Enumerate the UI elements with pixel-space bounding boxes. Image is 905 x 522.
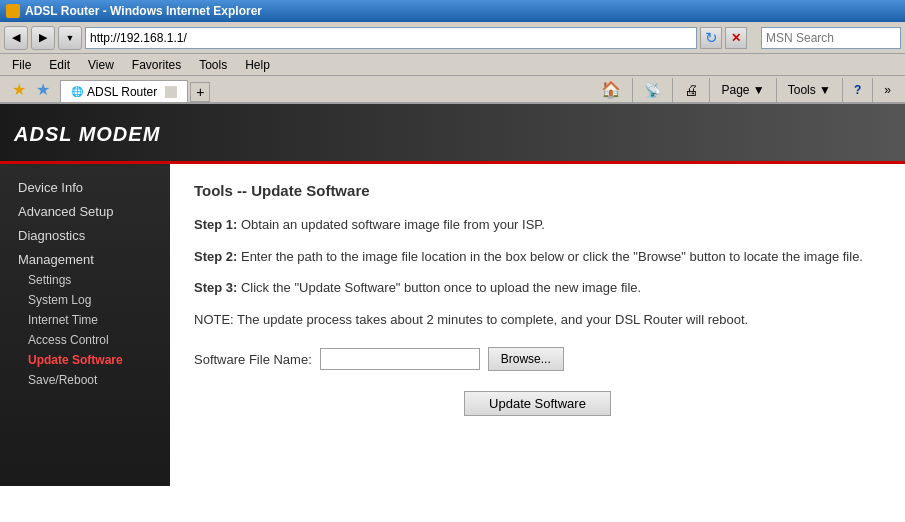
- sidebar: Device Info Advanced Setup Diagnostics M…: [0, 164, 170, 486]
- stop-button[interactable]: ✕: [725, 27, 747, 49]
- sidebar-item-management[interactable]: Management: [0, 246, 170, 270]
- extra-button[interactable]: »: [878, 80, 897, 100]
- sidebar-item-settings[interactable]: Settings: [0, 270, 170, 290]
- dropdown-button[interactable]: ▼: [58, 26, 82, 50]
- address-input[interactable]: [85, 27, 697, 49]
- sidebar-item-diagnostics[interactable]: Diagnostics: [0, 222, 170, 246]
- search-input[interactable]: [761, 27, 901, 49]
- main-layout: Device Info Advanced Setup Diagnostics M…: [0, 164, 905, 486]
- favorites-star-icon[interactable]: ★: [8, 78, 30, 100]
- file-row: Software File Name: Browse...: [194, 347, 881, 371]
- page-title: Tools -- Update Software: [194, 182, 881, 199]
- sidebar-item-internet-time[interactable]: Internet Time: [0, 310, 170, 330]
- tab-page-icon: 🌐: [71, 86, 83, 97]
- sidebar-item-access-control[interactable]: Access Control: [0, 330, 170, 350]
- help-button[interactable]: ?: [848, 80, 867, 100]
- file-label: Software File Name:: [194, 352, 312, 367]
- separator: [632, 78, 633, 102]
- step2-label: Step 2:: [194, 249, 237, 264]
- menu-bar: File Edit View Favorites Tools Help: [0, 54, 905, 76]
- new-tab-button[interactable]: +: [190, 82, 210, 102]
- menu-view[interactable]: View: [80, 56, 122, 74]
- print-button[interactable]: 🖨: [678, 79, 704, 101]
- refresh-button[interactable]: ↻: [700, 27, 722, 49]
- window-title: ADSL Router - Windows Internet Explorer: [25, 4, 262, 18]
- separator4: [776, 78, 777, 102]
- menu-help[interactable]: Help: [237, 56, 278, 74]
- step1-label: Step 1:: [194, 217, 237, 232]
- separator5: [842, 78, 843, 102]
- tab-adsl-router[interactable]: 🌐 ADSL Router: [60, 80, 188, 102]
- title-bar: ADSL Router - Windows Internet Explorer: [0, 0, 905, 22]
- router-header: ADSL MODEM: [0, 104, 905, 164]
- router-header-title: ADSL MODEM: [14, 123, 160, 146]
- browse-button[interactable]: Browse...: [488, 347, 564, 371]
- step3-text: Click the "Update Software" button once …: [237, 280, 641, 295]
- ie-icon: [6, 4, 20, 18]
- tab-label: ADSL Router: [87, 85, 157, 99]
- separator3: [709, 78, 710, 102]
- update-btn-row: Update Software: [194, 391, 881, 416]
- separator2: [672, 78, 673, 102]
- step3-line: Step 3: Click the "Update Software" butt…: [194, 278, 881, 298]
- add-tab-star-icon[interactable]: ★: [32, 78, 54, 100]
- back-button[interactable]: ◀: [4, 26, 28, 50]
- sidebar-item-update-software[interactable]: Update Software: [0, 350, 170, 370]
- sidebar-item-save-reboot[interactable]: Save/Reboot: [0, 370, 170, 390]
- home-button[interactable]: 🏠: [595, 77, 627, 102]
- sidebar-item-system-log[interactable]: System Log: [0, 290, 170, 310]
- file-input[interactable]: [320, 348, 480, 370]
- tab-bar: ★ ★ 🌐 ADSL Router + 🏠 📡 🖨 Page ▼ Tools ▼…: [0, 76, 905, 104]
- note-text: NOTE: The update process takes about 2 m…: [194, 310, 881, 330]
- menu-edit[interactable]: Edit: [41, 56, 78, 74]
- feeds-button[interactable]: 📡: [638, 79, 667, 101]
- step1-line: Step 1: Obtain an updated software image…: [194, 215, 881, 235]
- step2-text: Enter the path to the image file locatio…: [237, 249, 863, 264]
- tab-new-placeholder: [165, 86, 177, 98]
- sidebar-item-advanced-setup[interactable]: Advanced Setup: [0, 198, 170, 222]
- step2-line: Step 2: Enter the path to the image file…: [194, 247, 881, 267]
- menu-tools[interactable]: Tools: [191, 56, 235, 74]
- step3-label: Step 3:: [194, 280, 237, 295]
- content-area: Tools -- Update Software Step 1: Obtain …: [170, 164, 905, 486]
- menu-file[interactable]: File: [4, 56, 39, 74]
- step1-text: Obtain an updated software image file fr…: [237, 217, 545, 232]
- tab-toolbar: ★ ★: [4, 76, 58, 102]
- update-software-button[interactable]: Update Software: [464, 391, 611, 416]
- sidebar-item-device-info[interactable]: Device Info: [0, 174, 170, 198]
- address-bar: ◀ ▶ ▼ ↻ ✕: [0, 22, 905, 54]
- forward-button[interactable]: ▶: [31, 26, 55, 50]
- page-button[interactable]: Page ▼: [715, 80, 770, 100]
- tools-button[interactable]: Tools ▼: [782, 80, 837, 100]
- menu-favorites[interactable]: Favorites: [124, 56, 189, 74]
- separator6: [872, 78, 873, 102]
